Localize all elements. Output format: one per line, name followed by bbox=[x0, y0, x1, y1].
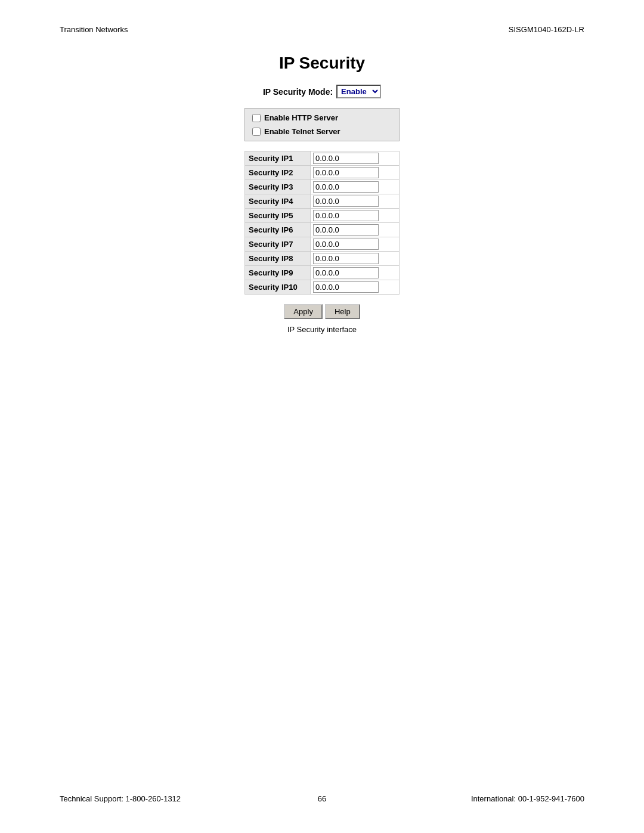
ip-input-5[interactable] bbox=[313, 210, 379, 221]
ip-cell-1 bbox=[311, 151, 400, 166]
ip-label-4: Security IP4 bbox=[245, 194, 311, 209]
ip-cell-5 bbox=[311, 209, 400, 223]
caption: IP Security interface bbox=[287, 325, 357, 334]
ip-table-row: Security IP7 bbox=[245, 237, 400, 252]
footer-right: International: 00-1-952-941-7600 bbox=[471, 794, 584, 803]
ip-table-row: Security IP1 bbox=[245, 151, 400, 166]
ip-label-10: Security IP10 bbox=[245, 280, 311, 295]
ip-label-3: Security IP3 bbox=[245, 180, 311, 194]
ip-cell-4 bbox=[311, 194, 400, 209]
mode-row: IP Security Mode: Enable Disable bbox=[263, 85, 381, 98]
telnet-server-label: Enable Telnet Server bbox=[264, 127, 340, 136]
ip-table-row: Security IP9 bbox=[245, 266, 400, 280]
ip-cell-6 bbox=[311, 223, 400, 237]
ip-table-row: Security IP8 bbox=[245, 252, 400, 266]
header-left: Transition Networks bbox=[60, 25, 128, 34]
ip-security-mode-select[interactable]: Enable Disable bbox=[336, 85, 381, 98]
ip-label-7: Security IP7 bbox=[245, 237, 311, 252]
checkbox-table: Enable HTTP Server Enable Telnet Server bbox=[244, 108, 400, 141]
ip-input-2[interactable] bbox=[313, 167, 379, 178]
ip-label-6: Security IP6 bbox=[245, 223, 311, 237]
content-area: IP Security Mode: Enable Disable Enable … bbox=[0, 85, 644, 339]
ip-input-3[interactable] bbox=[313, 181, 379, 193]
telnet-server-row: Enable Telnet Server bbox=[252, 125, 392, 138]
page-title: IP Security bbox=[0, 54, 644, 73]
ip-input-1[interactable] bbox=[313, 153, 379, 164]
ip-cell-2 bbox=[311, 166, 400, 180]
ip-label-9: Security IP9 bbox=[245, 266, 311, 280]
ip-cell-3 bbox=[311, 180, 400, 194]
http-server-row: Enable HTTP Server bbox=[252, 111, 392, 125]
http-server-label: Enable HTTP Server bbox=[264, 113, 338, 122]
ip-table-row: Security IP4 bbox=[245, 194, 400, 209]
ip-input-8[interactable] bbox=[313, 253, 379, 264]
ip-table-row: Security IP10 bbox=[245, 280, 400, 295]
ip-table: Security IP1Security IP2Security IP3Secu… bbox=[244, 151, 400, 295]
ip-cell-8 bbox=[311, 252, 400, 266]
apply-button[interactable]: Apply bbox=[284, 304, 323, 319]
footer-left: Technical Support: 1-800-260-1312 bbox=[60, 794, 181, 803]
ip-cell-7 bbox=[311, 237, 400, 252]
telnet-server-checkbox[interactable] bbox=[252, 128, 261, 136]
ip-table-row: Security IP2 bbox=[245, 166, 400, 180]
ip-input-9[interactable] bbox=[313, 267, 379, 278]
ip-cell-10 bbox=[311, 280, 400, 295]
ip-input-10[interactable] bbox=[313, 281, 379, 293]
button-row: Apply Help bbox=[284, 304, 360, 319]
ip-label-5: Security IP5 bbox=[245, 209, 311, 223]
http-server-checkbox[interactable] bbox=[252, 114, 261, 122]
ip-label-8: Security IP8 bbox=[245, 252, 311, 266]
ip-table-row: Security IP3 bbox=[245, 180, 400, 194]
header-right: SISGM1040-162D-LR bbox=[509, 25, 584, 34]
footer-page-number: 66 bbox=[318, 794, 326, 803]
help-button[interactable]: Help bbox=[325, 304, 360, 319]
mode-label: IP Security Mode: bbox=[263, 87, 333, 97]
ip-cell-9 bbox=[311, 266, 400, 280]
ip-table-row: Security IP5 bbox=[245, 209, 400, 223]
ip-input-7[interactable] bbox=[313, 239, 379, 250]
ip-input-6[interactable] bbox=[313, 224, 379, 236]
ip-table-row: Security IP6 bbox=[245, 223, 400, 237]
ip-label-1: Security IP1 bbox=[245, 151, 311, 166]
ip-input-4[interactable] bbox=[313, 196, 379, 207]
ip-label-2: Security IP2 bbox=[245, 166, 311, 180]
